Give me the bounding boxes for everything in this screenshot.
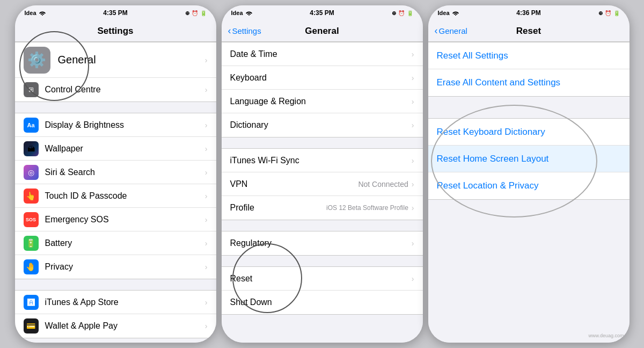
reset-keyboard-label: Reset Keyboard Dictionary <box>437 127 545 137</box>
datetime-item[interactable]: Date & Time › <box>222 42 423 66</box>
reset-keyboard-item[interactable]: Reset Keyboard Dictionary <box>428 119 630 146</box>
alarm-icon-1: ⏰ <box>192 10 198 16</box>
dictionary-item[interactable]: Dictionary › <box>222 113 423 137</box>
location-icon-1: ⊕ <box>185 10 189 16</box>
status-left-3: Idea <box>438 10 459 16</box>
reset-all-item[interactable]: Reset All Settings <box>428 42 630 69</box>
back-label-2: Settings <box>232 26 261 35</box>
phone3-content[interactable]: Reset All Settings Erase All Content and… <box>428 42 630 343</box>
reset-label: Reset <box>230 274 412 284</box>
status-time-1: 4:35 PM <box>103 9 127 17</box>
wallet-item[interactable]: 💳 Wallet & Apple Pay › <box>15 314 216 338</box>
section-itunes-wifi: iTunes Wi-Fi Sync › VPN Not Connected › … <box>222 148 423 220</box>
reset-location-label: Reset Location & Privacy <box>437 180 539 191</box>
phone1: Idea 4:35 PM ⊕ ⏰ 🔋 Settings <box>15 5 216 343</box>
shutdown-label: Shut Down <box>230 298 414 307</box>
reset-home-item[interactable]: Reset Home Screen Layout <box>428 146 630 172</box>
wallet-label: Wallet & Apple Pay <box>45 321 205 331</box>
battery-icon-2: 🔋 <box>407 10 413 16</box>
battery-item[interactable]: 🔋 Battery › <box>15 231 216 255</box>
ituneswifi-item[interactable]: iTunes Wi-Fi Sync › <box>222 149 423 172</box>
nav-bar-2: ‹ Settings General <box>222 20 423 42</box>
section-regulatory: Regulatory › <box>222 231 423 256</box>
itunes-icon: 🅰 <box>24 295 39 310</box>
battery-chevron: › <box>205 239 208 248</box>
carrier-2: Idea <box>231 10 243 16</box>
wallpaper-item[interactable]: 🏔 Wallpaper › <box>15 137 216 161</box>
vpn-chevron: › <box>412 180 414 189</box>
phone1-content[interactable]: ⚙️ General › ⊞ Control Centre › Aa Displ… <box>15 42 216 343</box>
back-chevron-2: ‹ <box>228 25 231 37</box>
status-left-1: Idea <box>25 10 46 16</box>
alarm-icon-3: ⏰ <box>605 10 611 16</box>
wallet-icon: 💳 <box>24 318 39 334</box>
language-chevron: › <box>412 97 414 106</box>
nav-title-3: Reset <box>516 26 541 37</box>
control-centre-chevron: › <box>205 85 208 94</box>
gap-3 <box>428 211 630 221</box>
keyboard-label: Keyboard <box>230 73 412 83</box>
language-item[interactable]: Language & Region › <box>222 90 423 113</box>
general-item[interactable]: ⚙️ General › <box>15 42 216 78</box>
reset-location-item[interactable]: Reset Location & Privacy <box>428 172 630 199</box>
battery-label: Battery <box>45 238 205 248</box>
ituneswifi-label: iTunes Wi-Fi Sync <box>230 156 412 165</box>
general-chevron: › <box>205 56 208 64</box>
touchid-item[interactable]: 👆 Touch ID & Passcode › <box>15 184 216 208</box>
regulatory-chevron: › <box>412 239 414 248</box>
gap-2 <box>428 200 630 211</box>
regulatory-item[interactable]: Regulatory › <box>222 231 423 255</box>
nav-back-3[interactable]: ‹ General <box>435 25 467 37</box>
status-left-2: Idea <box>231 10 253 16</box>
status-right-2: ⊕ ⏰ 🔋 <box>392 10 413 16</box>
back-label-3: General <box>439 26 467 35</box>
control-centre-item[interactable]: ⊞ Control Centre › <box>15 78 216 102</box>
sos-chevron: › <box>205 215 208 224</box>
reset-home-label: Reset Home Screen Layout <box>437 154 549 164</box>
section-general: ⚙️ General › ⊞ Control Centre › <box>15 42 216 102</box>
erase-all-item[interactable]: Erase All Content and Settings <box>428 69 630 96</box>
profile-value: iOS 12 Beta Software Profile <box>326 204 408 212</box>
wifi-icon-1 <box>39 10 46 16</box>
sos-label: Emergency SOS <box>45 215 205 224</box>
phone3: Idea 4:36 PM ⊕ ⏰ 🔋 ‹ General Reset <box>428 5 630 343</box>
status-bar-2: Idea 4:35 PM ⊕ ⏰ 🔋 <box>222 5 423 20</box>
dictionary-label: Dictionary <box>230 120 412 130</box>
status-bar-3: Idea 4:36 PM ⊕ ⏰ 🔋 <box>428 5 630 20</box>
privacy-item[interactable]: 🤚 Privacy › <box>15 255 216 279</box>
control-centre-icon: ⊞ <box>24 82 39 97</box>
reset-item[interactable]: Reset › <box>222 267 423 291</box>
svg-point-0 <box>42 15 43 16</box>
itunes-item[interactable]: 🅰 iTunes & App Store › <box>15 291 216 314</box>
sos-item[interactable]: SOS Emergency SOS › <box>15 208 216 231</box>
display-item[interactable]: Aa Display & Brightness › <box>15 113 216 137</box>
phone2-content[interactable]: Date & Time › Keyboard › Language & Regi… <box>222 42 423 343</box>
siri-label: Siri & Search <box>45 168 205 177</box>
status-right-3: ⊕ ⏰ 🔋 <box>598 10 620 16</box>
profile-chevron: › <box>412 204 414 212</box>
svg-point-1 <box>248 15 250 16</box>
svg-point-2 <box>455 15 456 16</box>
wallet-chevron: › <box>205 322 208 330</box>
section-reset-top: Reset All Settings Erase All Content and… <box>428 42 630 97</box>
status-right-1: ⊕ ⏰ 🔋 <box>185 10 207 16</box>
wifi-icon-2 <box>245 10 253 16</box>
alarm-icon-2: ⏰ <box>398 10 405 16</box>
siri-icon: ◎ <box>24 165 39 180</box>
itunes-label: iTunes & App Store <box>45 298 205 307</box>
watermark: www.deuag.com <box>588 333 624 338</box>
profile-label: Profile <box>230 203 327 213</box>
profile-item[interactable]: Profile iOS 12 Beta Software Profile › <box>222 196 423 220</box>
siri-item[interactable]: ◎ Siri & Search › <box>15 161 216 184</box>
sos-icon: SOS <box>24 212 39 227</box>
back-chevron-3: ‹ <box>435 25 438 37</box>
shutdown-item[interactable]: Shut Down <box>222 291 423 314</box>
nav-back-2[interactable]: ‹ Settings <box>228 25 261 37</box>
regulatory-label: Regulatory <box>230 238 412 248</box>
vpn-item[interactable]: VPN Not Connected › <box>222 172 423 196</box>
keyboard-item[interactable]: Keyboard › <box>222 66 423 90</box>
location-icon-2: ⊕ <box>392 10 396 16</box>
privacy-icon: 🤚 <box>24 259 39 274</box>
vpn-label: VPN <box>230 179 358 189</box>
section-itunes: 🅰 iTunes & App Store › 💳 Wallet & Apple … <box>15 290 216 338</box>
